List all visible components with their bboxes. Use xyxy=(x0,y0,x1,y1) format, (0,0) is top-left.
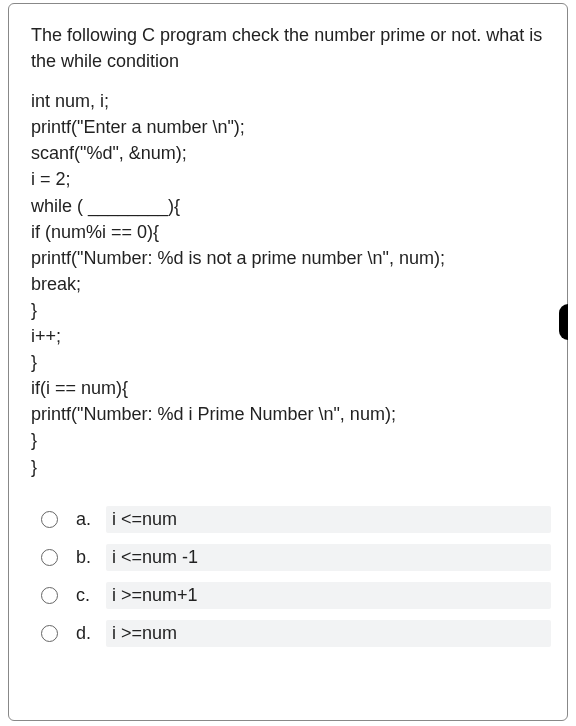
option-text: i <=num xyxy=(106,506,551,533)
radio-icon[interactable] xyxy=(41,625,58,642)
option-a[interactable]: a. i <=num xyxy=(31,506,551,533)
option-text: i >=num+1 xyxy=(106,582,551,609)
radio-icon[interactable] xyxy=(41,511,58,528)
chevron-left-icon[interactable] xyxy=(559,304,568,340)
option-letter: c. xyxy=(76,585,106,606)
options-list: a. i <=num b. i <=num -1 c. i >=num+1 d.… xyxy=(31,506,551,647)
option-b[interactable]: b. i <=num -1 xyxy=(31,544,551,571)
option-letter: b. xyxy=(76,547,106,568)
radio-icon[interactable] xyxy=(41,549,58,566)
option-c[interactable]: c. i >=num+1 xyxy=(31,582,551,609)
question-card: The following C program check the number… xyxy=(8,3,568,721)
option-text: i >=num xyxy=(106,620,551,647)
option-d[interactable]: d. i >=num xyxy=(31,620,551,647)
option-letter: a. xyxy=(76,509,106,530)
option-letter: d. xyxy=(76,623,106,644)
option-text: i <=num -1 xyxy=(106,544,551,571)
radio-icon[interactable] xyxy=(41,587,58,604)
question-prompt: The following C program check the number… xyxy=(31,22,551,74)
code-block: int num, i; printf("Enter a number \n");… xyxy=(31,88,551,479)
